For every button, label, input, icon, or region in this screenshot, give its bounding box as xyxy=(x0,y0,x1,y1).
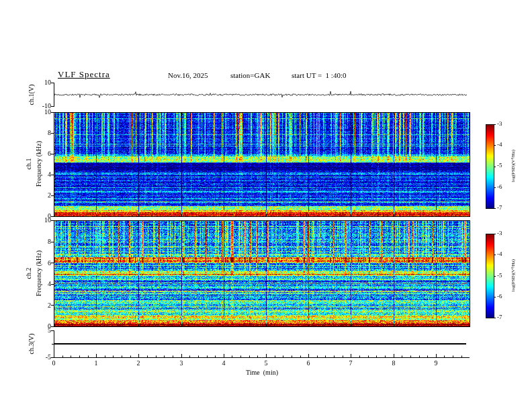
spec2-freq-axis-label: Frequency (kHz) xyxy=(36,250,42,296)
spec2-ytick-0: 10 xyxy=(34,217,51,224)
xtick-9: 9 xyxy=(429,360,443,367)
cbar1-tick-4: -7 xyxy=(497,205,502,211)
xtick-4: 4 xyxy=(217,360,230,367)
cbar1-label: log(PSD)(V²/Hz) xyxy=(511,150,516,182)
xtick-2: 2 xyxy=(132,360,145,367)
spec2-ytick-4: 2 xyxy=(34,302,51,309)
vlf-spectra-figure: VLF Spectra Nov.16, 2025 station=GAK sta… xyxy=(0,0,532,411)
cbar2-tick-0: -3 xyxy=(497,230,502,236)
xtick-0: 0 xyxy=(47,360,60,367)
xtick-7: 7 xyxy=(344,360,357,367)
cbar1-tick-2: -5 xyxy=(497,163,502,169)
spec2-ytick-1: 8 xyxy=(34,238,51,245)
header-station: station=GAK xyxy=(230,72,270,79)
header-date: Nov.16, 2025 xyxy=(168,72,208,79)
spec1-freq-axis-label: Frequency (kHz) xyxy=(36,141,42,187)
cbar1-tick-3: -6 xyxy=(497,184,502,190)
spec1-ytick-1: 8 xyxy=(34,130,51,136)
cbar2-tick-4: -7 xyxy=(497,314,502,320)
cbar1-tick-1: -4 xyxy=(497,142,502,148)
ch3-axis-label: ch.3(V) xyxy=(28,334,35,355)
xtick-6: 6 xyxy=(302,360,315,367)
ch1v-ytick-max: 10 xyxy=(34,79,51,86)
xtick-5: 5 xyxy=(259,360,273,367)
spec2-channel-label: ch.2 xyxy=(26,268,32,279)
xtick-1: 1 xyxy=(89,360,103,367)
plot-canvas xyxy=(0,0,532,411)
cbar2-tick-1: -4 xyxy=(497,251,502,257)
header-start-ut: start UT = 1 :40:0 xyxy=(292,72,346,79)
cbar1-tick-0: -3 xyxy=(497,121,502,127)
cbar2-tick-2: -5 xyxy=(497,273,502,279)
xtick-3: 3 xyxy=(175,360,188,367)
x-axis-label: Time (min) xyxy=(228,369,296,376)
figure-title: VLF Spectra xyxy=(58,70,110,79)
spec1-channel-label: ch.1 xyxy=(26,158,32,170)
spec1-ytick-0: 10 xyxy=(34,109,51,116)
ch1v-axis-label: ch.1(V) xyxy=(28,85,35,105)
xtick-8: 8 xyxy=(387,360,400,367)
cbar2-tick-3: -6 xyxy=(497,293,502,300)
spec1-ytick-4: 2 xyxy=(34,192,51,199)
ch3-ytick-max: 5 xyxy=(34,327,51,334)
cbar2-label: log(PSD)(V²/Hz) xyxy=(511,259,516,291)
